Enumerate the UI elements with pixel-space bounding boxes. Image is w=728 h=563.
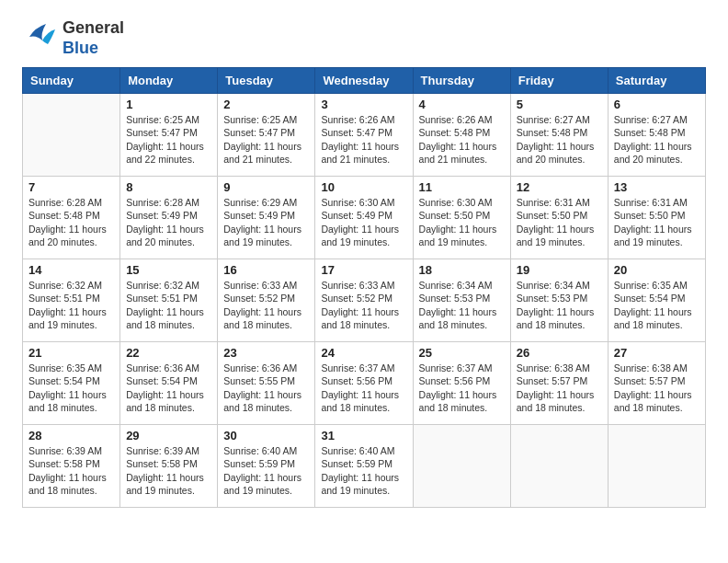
sunrise-label: Sunrise: 6:36 AM [223, 362, 297, 373]
day-info: Sunrise: 6:39 AMSunset: 5:58 PMDaylight:… [28, 444, 114, 497]
day-info: Sunrise: 6:25 AMSunset: 5:47 PMDaylight:… [223, 113, 309, 166]
daylight-label: Daylight: 11 hours and 19 minutes. [517, 224, 595, 247]
logo-text: General Blue [63, 18, 124, 58]
day-info: Sunrise: 6:33 AMSunset: 5:52 PMDaylight:… [321, 279, 406, 331]
daylight-label: Daylight: 11 hours and 20 minutes. [28, 224, 107, 247]
sunset-label: Sunset: 5:47 PM [223, 127, 295, 138]
day-info: Sunrise: 6:37 AMSunset: 5:56 PMDaylight:… [321, 362, 406, 414]
daylight-label: Daylight: 11 hours and 18 minutes. [321, 306, 399, 330]
sunset-label: Sunset: 5:56 PM [419, 375, 491, 386]
calendar-cell: 6Sunrise: 6:27 AMSunset: 5:48 PMDaylight… [608, 94, 705, 177]
calendar-cell [510, 425, 608, 508]
sunset-label: Sunset: 5:47 PM [321, 127, 392, 138]
day-info: Sunrise: 6:38 AMSunset: 5:57 PMDaylight:… [517, 362, 602, 414]
day-number: 8 [126, 180, 211, 194]
sunset-label: Sunset: 5:47 PM [126, 127, 198, 138]
daylight-label: Daylight: 11 hours and 18 minutes. [28, 472, 107, 496]
calendar-cell: 5Sunrise: 6:27 AMSunset: 5:48 PMDaylight… [510, 94, 608, 177]
daylight-label: Daylight: 11 hours and 19 minutes. [614, 224, 692, 247]
day-number: 5 [517, 98, 602, 111]
sunrise-label: Sunrise: 6:27 AM [614, 114, 688, 125]
logo: General Blue [22, 18, 124, 58]
sunrise-label: Sunrise: 6:39 AM [126, 445, 199, 456]
daylight-label: Daylight: 11 hours and 20 minutes. [517, 141, 595, 165]
day-number: 17 [321, 263, 406, 277]
sunset-label: Sunset: 5:54 PM [614, 293, 686, 304]
daylight-label: Daylight: 11 hours and 21 minutes. [321, 141, 399, 165]
day-number: 10 [321, 180, 406, 194]
day-number: 9 [223, 180, 309, 194]
daylight-label: Daylight: 11 hours and 18 minutes. [28, 389, 107, 413]
sunset-label: Sunset: 5:59 PM [223, 458, 295, 469]
daylight-label: Daylight: 11 hours and 18 minutes. [126, 389, 204, 413]
daylight-label: Daylight: 11 hours and 18 minutes. [419, 306, 497, 330]
day-number: 13 [614, 180, 700, 194]
sunrise-label: Sunrise: 6:28 AM [28, 197, 102, 208]
sunset-label: Sunset: 5:53 PM [517, 293, 588, 304]
day-info: Sunrise: 6:38 AMSunset: 5:57 PMDaylight:… [614, 362, 700, 414]
daylight-label: Daylight: 11 hours and 21 minutes. [223, 141, 301, 165]
day-number: 18 [419, 263, 505, 277]
calendar-cell [608, 425, 705, 508]
daylight-label: Daylight: 11 hours and 18 minutes. [517, 306, 595, 330]
sunset-label: Sunset: 5:48 PM [517, 127, 588, 138]
day-info: Sunrise: 6:31 AMSunset: 5:50 PMDaylight:… [517, 196, 602, 248]
day-info: Sunrise: 6:28 AMSunset: 5:48 PMDaylight:… [28, 196, 114, 248]
sunset-label: Sunset: 5:50 PM [419, 210, 491, 221]
day-number: 7 [28, 180, 114, 194]
sunset-label: Sunset: 5:48 PM [419, 127, 491, 138]
day-number: 15 [126, 263, 211, 277]
calendar-cell: 13Sunrise: 6:31 AMSunset: 5:50 PMDayligh… [608, 177, 705, 259]
daylight-label: Daylight: 11 hours and 19 minutes. [223, 224, 301, 247]
day-number: 2 [223, 98, 309, 111]
daylight-label: Daylight: 11 hours and 18 minutes. [126, 306, 204, 330]
sunset-label: Sunset: 5:49 PM [126, 210, 198, 221]
day-number: 1 [126, 98, 211, 111]
calendar-cell: 12Sunrise: 6:31 AMSunset: 5:50 PMDayligh… [510, 177, 608, 259]
calendar-table: SundayMondayTuesdayWednesdayThursdayFrid… [22, 67, 706, 508]
logo-icon [22, 20, 57, 57]
calendar-cell [413, 425, 510, 508]
calendar-cell: 30Sunrise: 6:40 AMSunset: 5:59 PMDayligh… [218, 425, 315, 508]
sunrise-label: Sunrise: 6:33 AM [321, 280, 394, 291]
sunrise-label: Sunrise: 6:26 AM [321, 114, 394, 125]
sunset-label: Sunset: 5:58 PM [28, 458, 100, 469]
sunset-label: Sunset: 5:49 PM [223, 210, 295, 221]
calendar-cell: 14Sunrise: 6:32 AMSunset: 5:51 PMDayligh… [23, 259, 120, 342]
day-info: Sunrise: 6:36 AMSunset: 5:54 PMDaylight:… [126, 362, 211, 414]
day-info: Sunrise: 6:34 AMSunset: 5:53 PMDaylight:… [517, 279, 602, 331]
calendar-cell: 25Sunrise: 6:37 AMSunset: 5:56 PMDayligh… [413, 342, 510, 425]
day-number: 28 [28, 429, 114, 442]
day-info: Sunrise: 6:31 AMSunset: 5:50 PMDaylight:… [614, 196, 700, 248]
sunset-label: Sunset: 5:48 PM [28, 210, 100, 221]
daylight-label: Daylight: 11 hours and 21 minutes. [419, 141, 497, 165]
weekday-header-tuesday: Tuesday [218, 68, 315, 94]
day-info: Sunrise: 6:29 AMSunset: 5:49 PMDaylight:… [223, 196, 309, 248]
day-number: 3 [321, 98, 406, 111]
sunset-label: Sunset: 5:51 PM [126, 293, 198, 304]
weekday-header-monday: Monday [120, 68, 218, 94]
day-number: 27 [614, 346, 700, 360]
daylight-label: Daylight: 11 hours and 18 minutes. [517, 389, 595, 413]
page-header: General Blue [22, 18, 706, 58]
day-info: Sunrise: 6:26 AMSunset: 5:48 PMDaylight:… [419, 113, 505, 166]
calendar-cell: 4Sunrise: 6:26 AMSunset: 5:48 PMDaylight… [413, 94, 510, 177]
day-number: 4 [419, 98, 505, 111]
sunrise-label: Sunrise: 6:32 AM [126, 280, 199, 291]
sunset-label: Sunset: 5:55 PM [223, 375, 295, 386]
sunset-label: Sunset: 5:54 PM [28, 375, 100, 386]
day-number: 12 [517, 180, 602, 194]
sunrise-label: Sunrise: 6:40 AM [223, 445, 297, 456]
calendar-cell: 3Sunrise: 6:26 AMSunset: 5:47 PMDaylight… [315, 94, 413, 177]
day-number: 16 [223, 263, 309, 277]
sunrise-label: Sunrise: 6:35 AM [28, 362, 102, 373]
sunset-label: Sunset: 5:53 PM [419, 293, 491, 304]
day-info: Sunrise: 6:35 AMSunset: 5:54 PMDaylight:… [28, 362, 114, 414]
sunrise-label: Sunrise: 6:31 AM [614, 197, 688, 208]
daylight-label: Daylight: 11 hours and 18 minutes. [321, 389, 399, 413]
sunset-label: Sunset: 5:58 PM [126, 458, 198, 469]
calendar-cell: 11Sunrise: 6:30 AMSunset: 5:50 PMDayligh… [413, 177, 510, 259]
day-info: Sunrise: 6:25 AMSunset: 5:47 PMDaylight:… [126, 113, 211, 166]
sunset-label: Sunset: 5:50 PM [614, 210, 686, 221]
daylight-label: Daylight: 11 hours and 18 minutes. [614, 306, 692, 330]
